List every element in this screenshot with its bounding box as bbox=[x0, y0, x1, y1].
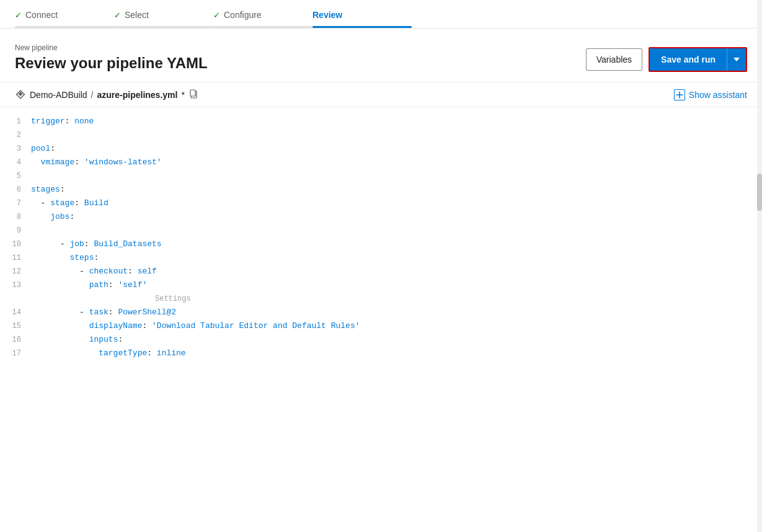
code-line-9: 9 bbox=[0, 224, 762, 237]
step-select-label: ✓ Select bbox=[114, 10, 149, 26]
chevron-down-icon bbox=[733, 58, 740, 61]
svg-rect-3 bbox=[190, 90, 195, 96]
code-line-1: 1 trigger: none bbox=[0, 115, 762, 128]
code-line-10: 10 - job: Build_Datasets bbox=[0, 237, 762, 251]
show-assistant-icon bbox=[674, 89, 685, 100]
code-line-12: 12 - checkout: self bbox=[0, 265, 762, 278]
file-name: azure-pipelines.yml bbox=[97, 90, 177, 100]
wizard-step-configure[interactable]: ✓ Configure bbox=[213, 10, 312, 28]
code-editor-wrapper[interactable]: 1 trigger: none 2 3 pool: 4 vmimage: 'wi… bbox=[0, 107, 762, 368]
save-run-button[interactable]: Save and run bbox=[650, 48, 727, 71]
modified-indicator: * bbox=[181, 90, 184, 100]
wizard-step-connect[interactable]: ✓ Connect bbox=[15, 10, 114, 28]
code-editor: 1 trigger: none 2 3 pool: 4 vmimage: 'wi… bbox=[0, 107, 762, 368]
repo-name: Demo-ADBuild bbox=[30, 90, 87, 100]
step-select-bar bbox=[114, 26, 213, 28]
page-title: Review your pipeline YAML bbox=[15, 55, 208, 72]
editor-toolbar: Demo-ADBuild / azure-pipelines.yml * Sho… bbox=[0, 82, 762, 107]
breadcrumb: New pipeline bbox=[15, 43, 208, 52]
step-review-label: Review bbox=[312, 10, 342, 26]
save-run-dropdown-button[interactable] bbox=[727, 48, 746, 71]
code-line-7: 7 - stage: Build bbox=[0, 197, 762, 210]
editor-file-path: Demo-ADBuild / azure-pipelines.yml * bbox=[15, 89, 198, 100]
code-line-13: 13 path: 'self' bbox=[0, 278, 762, 292]
step-configure-bar bbox=[213, 26, 312, 28]
step-connect-label: ✓ Connect bbox=[15, 10, 58, 26]
check-icon-select: ✓ bbox=[114, 11, 121, 20]
code-line-3: 3 pool: bbox=[0, 142, 762, 156]
code-line-17: 17 targetType: inline bbox=[0, 347, 762, 360]
code-line-16: 16 inputs: bbox=[0, 333, 762, 347]
code-line-4: 4 vmimage: 'windows-latest' bbox=[0, 156, 762, 169]
code-line-2: 2 bbox=[0, 128, 762, 142]
scrollbar-thumb[interactable] bbox=[757, 174, 762, 211]
code-line-6: 6 stages: bbox=[0, 183, 762, 197]
wizard-step-review[interactable]: Review bbox=[312, 10, 412, 28]
wizard-steps: ✓ Connect ✓ Select ✓ Configure Review bbox=[0, 0, 762, 29]
page-header: New pipeline Review your pipeline YAML V… bbox=[0, 29, 762, 82]
code-line-8: 8 jobs: bbox=[0, 210, 762, 224]
code-line-15: 15 displayName: 'Download Tabular Editor… bbox=[0, 319, 762, 333]
step-configure-label: ✓ Configure bbox=[213, 10, 262, 26]
code-line-11: 11 steps: bbox=[0, 251, 762, 265]
copy-path-icon[interactable] bbox=[188, 89, 198, 100]
pipeline-icon bbox=[15, 89, 26, 100]
wizard-step-select[interactable]: ✓ Select bbox=[114, 10, 213, 28]
save-run-container: Save and run bbox=[649, 47, 747, 72]
code-line-5: 5 bbox=[0, 169, 762, 183]
step-connect-bar bbox=[15, 26, 114, 28]
code-line-14: 14 - task: PowerShell@2 bbox=[0, 306, 762, 319]
check-icon-configure: ✓ bbox=[213, 11, 220, 20]
variables-button[interactable]: Variables bbox=[586, 48, 642, 71]
page-header-left: New pipeline Review your pipeline YAML bbox=[15, 43, 208, 72]
show-assistant-label: Show assistant bbox=[689, 90, 747, 100]
check-icon-connect: ✓ bbox=[15, 11, 22, 20]
code-line-settings: Settings bbox=[0, 292, 762, 306]
step-review-bar bbox=[312, 26, 412, 28]
path-separator: / bbox=[91, 90, 94, 100]
page-header-right: Variables Save and run bbox=[586, 47, 747, 72]
show-assistant-button[interactable]: Show assistant bbox=[674, 89, 747, 100]
scrollbar-track[interactable] bbox=[757, 0, 762, 368]
